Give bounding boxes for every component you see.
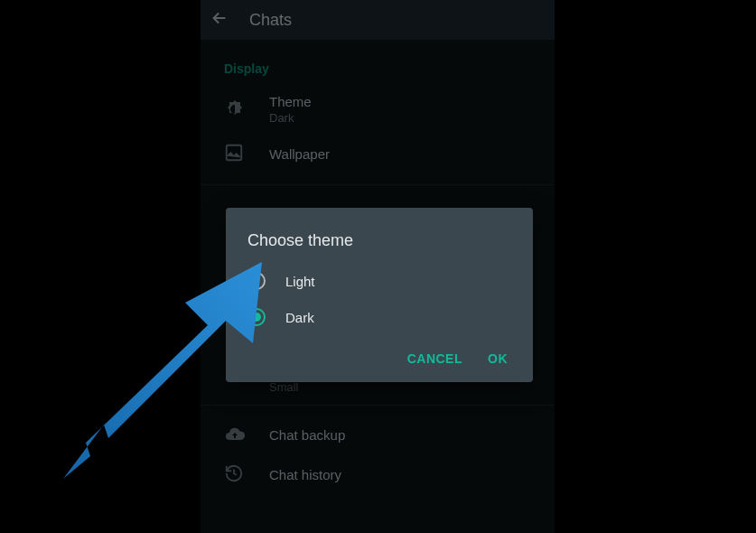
radio-label-dark: Dark — [285, 310, 314, 325]
radio-icon — [247, 272, 266, 290]
ok-button[interactable]: OK — [488, 351, 508, 366]
dialog-title: Choose theme — [226, 226, 533, 263]
dialog-actions: CANCEL OK — [226, 335, 533, 375]
cancel-button[interactable]: CANCEL — [407, 351, 462, 366]
radio-icon-checked — [247, 308, 266, 326]
radio-label-light: Light — [285, 274, 315, 289]
radio-option-light[interactable]: Light — [226, 263, 533, 299]
theme-dialog: Choose theme Light Dark CANCEL OK — [226, 208, 533, 382]
radio-option-dark[interactable]: Dark — [226, 299, 533, 335]
